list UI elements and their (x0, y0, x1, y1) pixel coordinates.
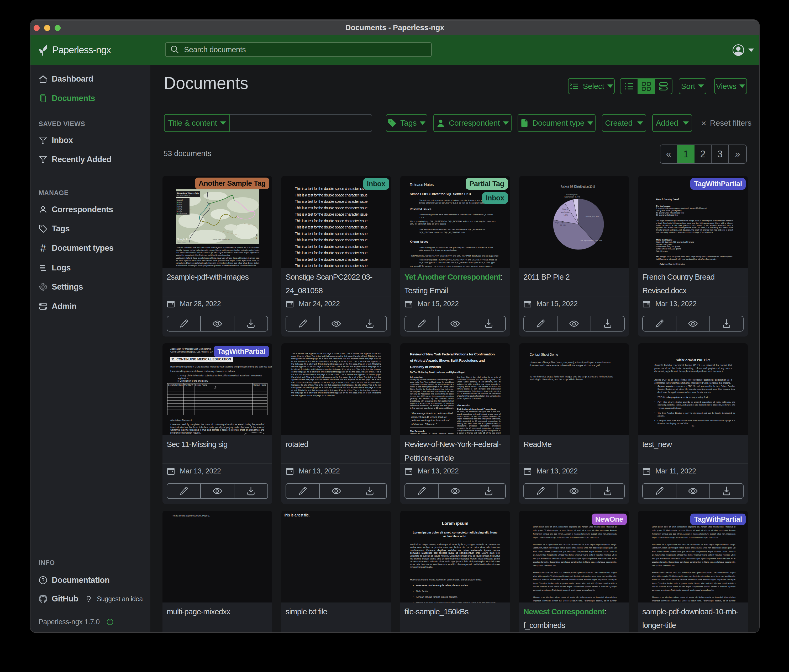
svg-text:Day3: Day3 (179, 205, 182, 207)
svg-text:Course Name: Course Name (195, 384, 207, 386)
svg-text:Day2: Day2 (179, 204, 182, 205)
svg-text:Stage 1 Hypertension,: Stage 1 Hypertension, (554, 221, 572, 223)
svg-text:Moose Lake Charles Leg 45: Moose Lake Charles Leg 45 (212, 239, 233, 240)
svg-text:Completion Date: Completion Date (168, 384, 183, 386)
svg-text:Contact Hours: Contact Hours (253, 384, 266, 386)
svg-text:Day6: Day6 (179, 211, 182, 212)
svg-text:Hypertension,: Hypertension, (560, 211, 570, 213)
svg-text:Six days in BWCA: Six days in BWCA (177, 195, 190, 196)
svg-text:Legend: Legend (177, 199, 183, 201)
svg-text:Day4: Day4 (179, 207, 182, 209)
svg-text:Entry PointM: Entry PointM (179, 213, 187, 214)
svg-text:Google Earth: Google Earth (177, 238, 192, 241)
svg-text:44, 9%: 44, 9% (562, 214, 568, 216)
svg-text:Hypertension, 31, 6%: Hypertension, 31, 6% (564, 196, 580, 198)
svg-text:65, 13%: 65, 13% (560, 224, 566, 226)
svg-text:N: N (256, 237, 257, 239)
svg-text:Isolated Systolic: Isolated Systolic (566, 194, 578, 196)
svg-text:Normal, 151, 38%: Normal, 151, 38% (586, 216, 599, 217)
svg-text:Pre-hypertension,, 212, 42%: Pre-hypertension,, 212, 42% (581, 240, 602, 242)
svg-text:Stage 2: Stage 2 (562, 208, 568, 210)
svg-text:© 2021 Google: © 2021 Google (177, 241, 186, 243)
svg-text:Patient BP Distribution 2011: Patient BP Distribution 2011 (561, 185, 596, 188)
svg-text:Day5: Day5 (179, 209, 182, 211)
svg-text:Day1: Day1 (179, 202, 182, 203)
svg-text:Boundary Waters Trip: Boundary Waters Trip (177, 192, 199, 194)
svg-text:Provider #: Provider # (184, 384, 193, 386)
